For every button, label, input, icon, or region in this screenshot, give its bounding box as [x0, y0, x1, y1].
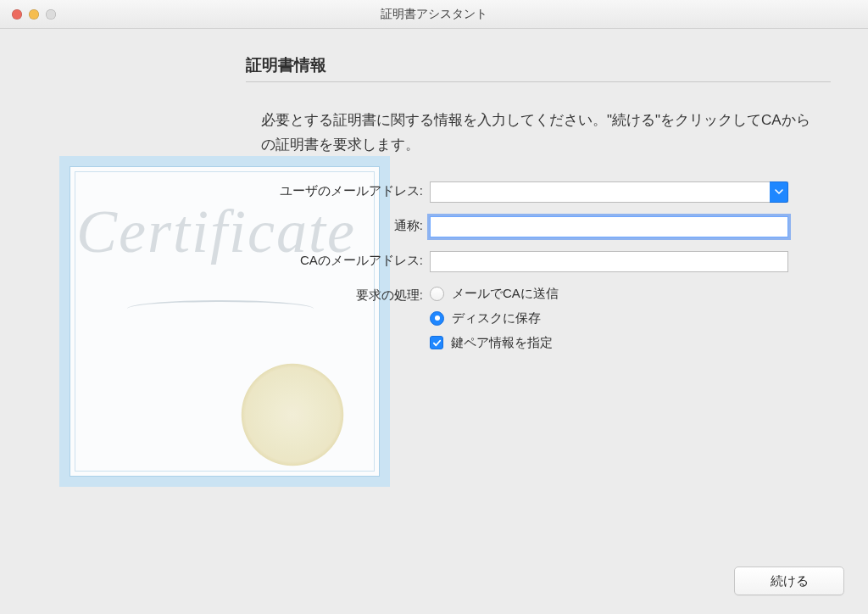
option-send-by-mail-label: メールでCAに送信: [452, 286, 559, 302]
window-controls: [12, 9, 56, 20]
option-specify-keypair-label: 鍵ペア情報を指定: [451, 335, 553, 351]
radio-save-to-disk[interactable]: [430, 311, 444, 326]
checkbox-specify-keypair[interactable]: [430, 336, 443, 349]
page-heading: 証明書情報: [246, 54, 831, 82]
option-save-to-disk[interactable]: ディスクに保存: [430, 310, 788, 327]
label-ca-email: CAのメールアドレス:: [256, 251, 430, 269]
option-send-by-mail[interactable]: メールでCAに送信: [430, 286, 788, 302]
instructions-text: 必要とする証明書に関する情報を入力してください。"続ける"をクリックしてCAから…: [246, 95, 831, 181]
row-request-handling: 要求の処理: メールでCAに送信 ディスクに保存: [256, 286, 831, 351]
close-window-button[interactable]: [12, 9, 22, 20]
check-icon: [432, 338, 442, 348]
content-area: Certificate 証明書情報 必要とする証明書に関する情報を入力してくださ…: [0, 29, 868, 614]
chevron-down-icon: [775, 187, 783, 196]
radio-send-by-mail[interactable]: [430, 287, 444, 301]
label-request-handling: 要求の処理:: [256, 286, 430, 304]
user-email-combobox[interactable]: [430, 181, 788, 203]
continue-button[interactable]: 続ける: [734, 567, 844, 595]
window-title: 証明書アシスタント: [0, 7, 868, 22]
row-ca-email: CAのメールアドレス:: [256, 251, 831, 272]
row-common-name: 通称:: [256, 216, 831, 237]
zoom-window-button: [46, 9, 56, 20]
titlebar: 証明書アシスタント: [0, 0, 868, 29]
form-panel: 必要とする証明書に関する情報を入力してください。"続ける"をクリックしてCAから…: [246, 95, 831, 365]
option-save-to-disk-label: ディスクに保存: [452, 310, 541, 327]
minimize-window-button[interactable]: [29, 9, 39, 20]
certificate-form: ユーザのメールアドレス: 通称: CAのメールアドレス:: [246, 181, 831, 351]
ca-email-input[interactable]: [430, 251, 788, 272]
user-email-input[interactable]: [430, 181, 788, 203]
footer: 続ける: [734, 567, 844, 595]
certificate-seal-icon: [237, 360, 348, 470]
option-specify-keypair[interactable]: 鍵ペア情報を指定: [430, 335, 788, 351]
label-user-email: ユーザのメールアドレス:: [256, 181, 430, 199]
common-name-input[interactable]: [430, 216, 788, 237]
user-email-dropdown-button[interactable]: [770, 181, 788, 203]
label-common-name: 通称:: [256, 216, 430, 234]
request-handling-options: メールでCAに送信 ディスクに保存 鍵ペア情報を指定: [430, 286, 788, 351]
row-user-email: ユーザのメールアドレス:: [256, 181, 831, 203]
